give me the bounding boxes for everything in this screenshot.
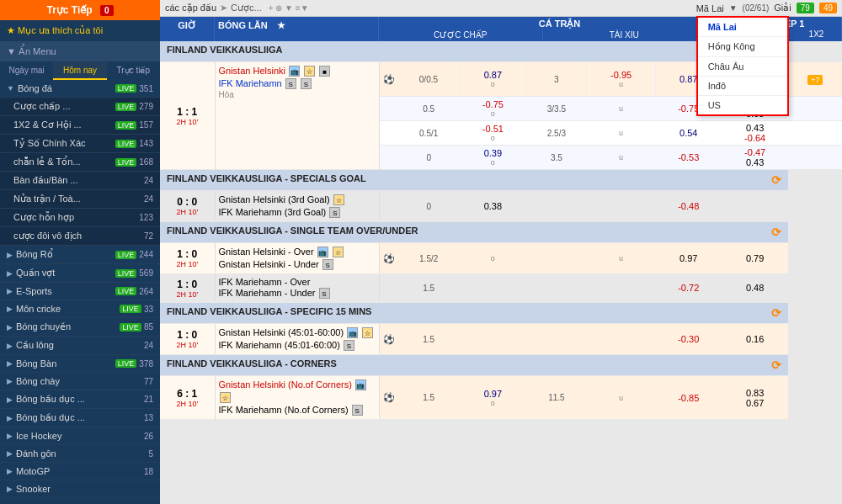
count-badge-orange: 49 <box>819 3 837 13</box>
sidebar-tabs: Ngày mai Hôm nay Trực tiếp <box>0 62 160 80</box>
dropdown-item-hongkong[interactable]: Hồng Kông <box>698 37 787 57</box>
tv-icon6[interactable]: 📺 <box>355 379 366 390</box>
sidebar-header: Trực Tiếp 0 <box>0 0 160 20</box>
odds-val1[interactable]: 0.54 <box>655 121 722 146</box>
sidebar-favorites[interactable]: ★ Mục ưa thích của tôi <box>0 20 160 42</box>
team1-link-corners[interactable]: Gnistan Helsinki (No.of Corners) <box>219 379 352 390</box>
sidebar-item-chan-le[interactable]: chẵn lẻ & Tổn... LIVE 168 <box>0 153 160 172</box>
sidebar-item-cuoc-doi[interactable]: cược đôi vô địch 72 <box>0 227 160 246</box>
odds-val[interactable]: 0.48 <box>722 274 788 303</box>
section-toggle-icon3[interactable]: ⟳ <box>771 225 781 239</box>
s2-icon[interactable]: S <box>301 78 312 89</box>
chevron-right-icon: ▶ <box>7 414 13 422</box>
odds-val[interactable]: 0.38 <box>460 191 526 222</box>
tv-icon[interactable]: 📺 <box>289 66 300 77</box>
sidebar-item-danh-gon[interactable]: ▶ Đánh gôn 5 <box>0 445 160 463</box>
odds-val2[interactable]: 0.43-0.64 <box>722 121 788 146</box>
region-dropdown[interactable]: Mã Lai Hồng Kông Châu Âu Inđô US <box>696 16 789 116</box>
dropdown-item-chauau[interactable]: Châu Âu <box>698 57 787 77</box>
sidebar-item-cuoc-hon-hop[interactable]: Cược hỗn hợp 123 <box>0 209 160 227</box>
odds-o[interactable]: 0.87 ο <box>460 62 526 97</box>
odds-u[interactable]: u <box>587 146 655 170</box>
odds-val[interactable]: 0.97 <box>655 243 722 274</box>
section-toggle-icon5[interactable]: ⟳ <box>771 358 781 372</box>
sidebar-item-bong-chay[interactable]: ▶ Bóng chày 77 <box>0 373 160 390</box>
sidebar-item-cau-long[interactable]: ▶ Cầu lông 24 <box>0 337 160 355</box>
s-icon2[interactable]: S <box>329 207 340 218</box>
team2-link[interactable]: IFK Mariehamn <box>219 78 282 88</box>
sidebar-item-ty-so[interactable]: Tỷ Số Chính Xác LIVE 143 <box>0 135 160 153</box>
odds-neg[interactable]: -0.72 <box>655 274 722 303</box>
sidebar-item-cricket[interactable]: ▶ Môn cricke LIVE 33 <box>0 300 160 318</box>
sidebar-item-cuoc-chap[interactable]: Cược chấp ... LIVE 279 <box>0 98 160 116</box>
odds-val2[interactable]: 0.79 <box>722 243 788 274</box>
star-icon5[interactable]: ☆ <box>362 327 373 338</box>
odds-u[interactable]: u <box>587 121 655 146</box>
section-header-15mins: FINLAND VEIKKAUSLIIGA - SPECIFIC 15 MINS… <box>160 303 842 324</box>
team2-name: IFK Mariehamn - Under <box>219 288 316 298</box>
sidebar-item-snooker[interactable]: ▶ Snooker <box>0 480 160 498</box>
odds-neg[interactable]: -0.30 <box>655 324 722 355</box>
odds-u[interactable]: u <box>587 97 655 121</box>
s-icon5[interactable]: S <box>344 340 354 351</box>
odds-neg2[interactable]: -0.48 <box>655 191 722 222</box>
sidebar-item-nua-tran[interactable]: Nửa trận / Toà... 24 <box>0 190 160 209</box>
sidebar-item-bong-ban[interactable]: ▶ Bóng Bàn LIVE 378 <box>0 355 160 373</box>
star-icon[interactable]: ☆ <box>304 66 315 77</box>
sidebar-item-1x2[interactable]: 1X2 & Cơ Hội ... LIVE 157 <box>0 116 160 135</box>
star-icon6[interactable]: ☆ <box>220 392 231 403</box>
sidebar-item-quan-vot[interactable]: ▶ Quần vợt LIVE 569 <box>0 264 160 283</box>
odds-taixiu[interactable]: 3 <box>526 62 587 97</box>
s-icon4[interactable]: S <box>319 288 330 299</box>
sidebar-item-ice-hockey[interactable]: ▶ Ice Hockey 26 <box>0 427 160 445</box>
section-toggle-icon2[interactable]: ⟳ <box>771 173 781 187</box>
sidebar-item-ban-dau[interactable]: Bàn đầu/Bàn ... 24 <box>0 172 160 190</box>
s-icon3[interactable]: S <box>322 259 333 270</box>
odds-neg[interactable]: -0.53 <box>655 146 722 170</box>
odds-val[interactable]: 0.830.67 <box>722 376 788 420</box>
dropdown-item-us[interactable]: US <box>698 96 787 114</box>
odds-o[interactable]: 0.39ο <box>460 146 526 170</box>
sidebar-item-bong-chuyen[interactable]: ▶ Bóng chuyền LIVE 85 <box>0 318 160 337</box>
sidebar-item-motogp[interactable]: ▶ MotoGP 18 <box>0 463 160 480</box>
tab-truc-tiep[interactable]: Trực tiếp <box>107 62 160 80</box>
section-toggle-icon4[interactable]: ⟳ <box>771 306 781 320</box>
star-icon3[interactable]: ☆ <box>333 247 344 257</box>
sidebar-item-bong-da[interactable]: ▼ Bóng đá LIVE 351 <box>0 80 160 98</box>
stats-icon[interactable]: ■ <box>319 66 330 77</box>
sidebar-item-esports[interactable]: ▶ E-Sports LIVE 264 <box>0 283 160 300</box>
dropdown-item-malai[interactable]: Mã Lai <box>698 18 787 37</box>
sub-col-tai-xiu: TÀI XIU <box>543 30 707 40</box>
odds-o[interactable]: 0.97ο <box>460 376 526 420</box>
odds-o[interactable]: -0.75ο <box>460 97 526 121</box>
tab-hom-nay[interactable]: Hôm nay <box>53 62 106 80</box>
table-row: 1 : 0 2H 10' Gnistan Helsinki (45:01-60:… <box>160 324 842 355</box>
odds-o[interactable]: ο <box>460 243 526 274</box>
odds-o[interactable]: -0.51ο <box>460 121 526 146</box>
odds-val[interactable]: 0.16 <box>722 324 788 355</box>
chevron-right-icon: ▶ <box>7 323 13 332</box>
tv-icon5[interactable]: 📺 <box>347 327 358 338</box>
dropdown-item-indo[interactable]: Inđô <box>698 77 787 96</box>
sidebar-menu-toggle[interactable]: ▼ Ẩn Menu <box>0 42 160 62</box>
sidebar-item-bong-ro[interactable]: ▶ Bóng Rổ LIVE 244 <box>0 246 160 264</box>
odds-u[interactable]: -0.95 u <box>587 62 655 97</box>
odds-label: 2.5/3 <box>526 121 587 146</box>
sidebar-item-bong-bau-duc2[interactable]: ▶ Bóng bầu dục ... 13 <box>0 409 160 427</box>
odds-label: 3.5 <box>526 146 587 170</box>
s-icon[interactable]: S <box>285 78 296 89</box>
star-icon2[interactable]: ☆ <box>333 194 344 205</box>
odds-neg[interactable]: -0.85 <box>655 376 722 420</box>
star-header-icon: ★ <box>277 20 285 30</box>
sub-col-cuoc-chap: CƯỢC CHẤP <box>379 30 543 40</box>
sidebar-item-bong-bau-duc1[interactable]: ▶ Bóng bầu dục ... 21 <box>0 390 160 409</box>
tv-icon3[interactable]: 📺 <box>317 247 328 257</box>
odds-u[interactable]: u <box>587 376 655 420</box>
team2-name: IFK Mariehamn (No.of Corners) <box>219 405 349 415</box>
tab-ngay-mai[interactable]: Ngày mai <box>0 62 53 80</box>
s-icon6[interactable]: S <box>352 405 363 416</box>
odds-u[interactable]: u <box>587 243 655 274</box>
team1-link[interactable]: Gnistan Helsinki <box>219 66 285 76</box>
odds-val[interactable]: -0.470.43 <box>722 146 788 170</box>
chevron-right-icon: ▶ <box>7 251 13 259</box>
